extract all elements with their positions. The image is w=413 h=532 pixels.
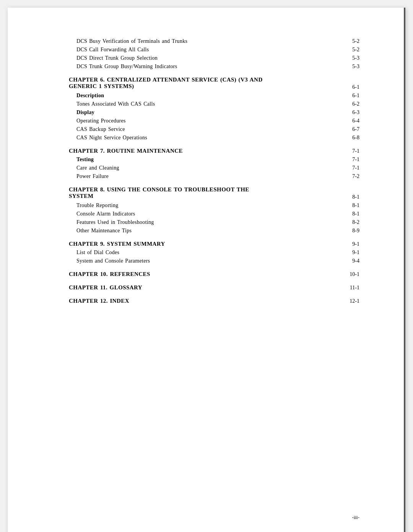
toc-subentry: Operating Procedures6-4 [76,118,359,124]
toc-subentry-text: DCS Call Forwarding All Calls [76,47,340,53]
toc-subentry-text: DCS Trunk Group Busy/Warning Indicators [76,64,340,70]
toc-subentry: DCS Trunk Group Busy/Warning Indicators5… [76,64,359,70]
toc-subentry-page: 8-1 [340,202,359,209]
toc-subentry-page: 6-1 [340,93,359,99]
toc-chapter-line2: SYSTEM [69,193,333,199]
toc-subentry-page: 6-2 [340,101,359,107]
toc-subentry: CAS Night Service Operations6-8 [76,135,359,141]
toc-subentry-text: Operating Procedures [76,118,340,124]
toc-subentry-page: 7-1 [340,157,359,163]
toc-subentry: System and Console Parameters9-4 [76,258,359,264]
toc-chapter-multiline-text: CHAPTER 8. USING THE CONSOLE TO TROUBLES… [69,186,340,199]
toc-subentry-text: System and Console Parameters [76,258,340,264]
toc-chapter: CHAPTER 9. SYSTEM SUMMARY9-1 [69,241,359,247]
toc-subentry: DCS Busy Verification of Terminals and T… [76,38,359,44]
toc-subentry: DCS Direct Trunk Group Selection5-3 [76,55,359,61]
toc-chapter-line1: CHAPTER 8. USING THE CONSOLE TO TROUBLES… [69,186,333,193]
toc-subentry-text: Features Used in Troubleshooting [76,219,340,225]
toc-chapter-multiline-text: CHAPTER 6. CENTRALIZED ATTENDANT SERVICE… [69,77,340,90]
toc-subentry-page: 8-1 [340,211,359,217]
toc-subentry-page: 6-7 [340,126,359,132]
toc-subentry-page: 5-2 [340,38,359,44]
toc-subentry: Other Maintenance Tips8-9 [76,228,359,234]
toc-subentry-page: 9-4 [340,258,359,264]
toc-chapter: CHAPTER 7. ROUTINE MAINTENANCE7-1 [69,148,359,154]
toc-chapter-text: CHAPTER 11. GLOSSARY [69,284,340,291]
toc-subentry-text: List of Dial Codes [76,250,340,256]
toc-chapter-text: CHAPTER 7. ROUTINE MAINTENANCE [69,148,340,154]
toc-subentry-page: 8-9 [340,228,359,234]
toc-subentry-page: 6-4 [340,118,359,124]
page: DCS Busy Verification of Terminals and T… [8,8,405,532]
toc-chapter-page: 11-1 [340,285,359,291]
toc-subentry-text: Console Alarm Indicators [76,211,340,217]
toc-chapter-page: 10-1 [340,271,359,277]
toc-subentry-page: 6-3 [340,109,359,116]
toc-subentry: DCS Call Forwarding All Calls5-2 [76,47,359,53]
toc-chapter-multiline-page: 8-1 [340,186,359,200]
toc-subentry-text: CAS Backup Service [76,126,340,132]
toc-subentry: Description6-1 [76,93,359,99]
toc-subentry-text: DCS Busy Verification of Terminals and T… [76,38,340,44]
toc-chapter-text: CHAPTER 9. SYSTEM SUMMARY [69,241,340,247]
toc-subentry: Care and Cleaning7-1 [76,165,359,171]
toc-chapter-text: CHAPTER 12. INDEX [69,298,340,304]
toc-subentry: List of Dial Codes9-1 [76,250,359,256]
toc-chapter-multiline: CHAPTER 8. USING THE CONSOLE TO TROUBLES… [69,186,359,200]
toc-subentry: Testing7-1 [76,157,359,163]
toc-chapter-multiline-page: 6-1 [340,77,359,90]
toc-chapter-page: 9-1 [340,241,359,247]
toc-subentry-page: 5-3 [340,64,359,70]
toc-content: DCS Busy Verification of Terminals and T… [69,38,359,304]
toc-subentry-page: 6-8 [340,135,359,141]
toc-subentry-text: Tones Associated With CAS Calls [76,101,340,107]
toc-subentry: Power Failure7-2 [76,173,359,180]
toc-subentry-text: Description [76,93,340,99]
toc-chapter-line2: GENERIC 1 SYSTEMS) [69,83,333,90]
toc-subentry-page: 7-1 [340,165,359,171]
toc-subentry-page: 7-2 [340,173,359,180]
toc-chapter-multiline: CHAPTER 6. CENTRALIZED ATTENDANT SERVICE… [69,77,359,90]
toc-subentry: Tones Associated With CAS Calls6-2 [76,101,359,107]
toc-chapter-page: 7-1 [340,148,359,154]
toc-subentry: Features Used in Troubleshooting8-2 [76,219,359,225]
toc-chapter-line1: CHAPTER 6. CENTRALIZED ATTENDANT SERVICE… [69,77,333,83]
toc-subentry-text: Display [76,109,340,116]
toc-subentry-text: Trouble Reporting [76,202,340,209]
toc-subentry: Console Alarm Indicators8-1 [76,211,359,217]
page-footer: -iii- [352,514,360,521]
toc-subentry-text: DCS Direct Trunk Group Selection [76,55,340,61]
toc-subentry: CAS Backup Service6-7 [76,126,359,132]
toc-chapter-text: CHAPTER 10. REFERENCES [69,271,340,277]
toc-subentry-page: 8-2 [340,219,359,225]
toc-subentry-page: 9-1 [340,250,359,256]
toc-chapter: CHAPTER 12. INDEX12-1 [69,298,359,304]
toc-subentry-text: CAS Night Service Operations [76,135,340,141]
toc-subentry-page: 5-3 [340,55,359,61]
page-border [404,8,405,532]
toc-subentry-text: Power Failure [76,173,340,180]
toc-subentry-text: Care and Cleaning [76,165,340,171]
toc-chapter-page: 12-1 [340,298,359,304]
toc-subentry-page: 5-2 [340,47,359,53]
toc-subentry-text: Testing [76,157,340,163]
toc-subentry-text: Other Maintenance Tips [76,228,340,234]
toc-chapter: CHAPTER 10. REFERENCES10-1 [69,271,359,277]
toc-subentry: Trouble Reporting8-1 [76,202,359,209]
toc-subentry: Display6-3 [76,109,359,116]
toc-chapter: CHAPTER 11. GLOSSARY11-1 [69,284,359,291]
